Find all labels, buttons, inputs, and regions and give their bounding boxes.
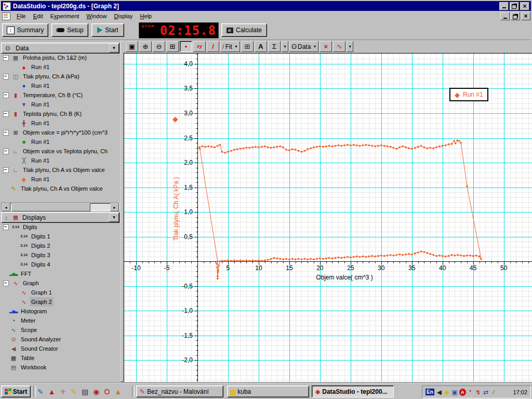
- axis-lock-button[interactable]: ▪: [180, 41, 192, 52]
- x-axis-label[interactable]: Objem valce( cm^3 ): [280, 274, 409, 281]
- tray-scheduler-icon[interactable]: ▣: [451, 389, 458, 396]
- task-paint-task-button[interactable]: ✎Bez_názvu - Malování: [136, 385, 223, 397]
- displays-item-graph[interactable]: ∿Graph: [1, 278, 119, 288]
- statistics-button[interactable]: Σ: [268, 41, 281, 52]
- slope-tool-button[interactable]: /: [207, 41, 219, 52]
- quicklaunch-dragon-icon[interactable]: ◉: [93, 388, 99, 396]
- data-item-tlak-plynu-ch-a-vs-objem-val[interactable]: ✎Tlak plynu, Ch A vs Objem valce: [1, 184, 119, 193]
- displays-panel-header[interactable]: ↕ ▦ Displays ▼: [1, 212, 119, 223]
- zoom-in-button[interactable]: ⊕: [139, 41, 152, 52]
- expand-collapse-box[interactable]: [3, 167, 9, 173]
- displays-item-scope[interactable]: ∿Scope: [1, 325, 119, 335]
- statistics-button-dropdown[interactable]: ▼: [282, 41, 288, 52]
- task-kuba-folder-task-button[interactable]: ▆kuba: [227, 385, 309, 397]
- quicklaunch-bird-icon[interactable]: ✈: [60, 388, 66, 396]
- graph-window-icon[interactable]: [2, 12, 10, 20]
- setup-button[interactable]: Setup: [51, 23, 88, 37]
- displays-item-meter[interactable]: ◔Meter: [1, 316, 119, 325]
- graph-plot-area[interactable]: -10-551015202530354045504,03,53,02,52,01…: [124, 53, 532, 382]
- tray-ati-icon[interactable]: A: [459, 389, 466, 396]
- minimize-button[interactable]: [499, 2, 509, 10]
- quicklaunch-winamp-icon[interactable]: ▲: [114, 388, 122, 396]
- expand-collapse-box[interactable]: [3, 55, 9, 61]
- graph-settings-button-dropdown[interactable]: ▼: [347, 41, 353, 52]
- expand-collapse-box[interactable]: [3, 74, 9, 79]
- displays-item-workbook[interactable]: ▤Workbook: [1, 363, 119, 372]
- calculator-button[interactable]: ⊞: [241, 41, 254, 52]
- data-item-objem-valce-vs-teplota-plynu[interactable]: ∟Objem valce vs Teplota plynu, Ch: [1, 147, 119, 156]
- data-button[interactable]: ʘData▼: [289, 41, 318, 52]
- data-panel-header[interactable]: ʘ Data ▼: [1, 43, 119, 54]
- menu-help[interactable]: Help: [137, 12, 156, 20]
- data-item-run-1[interactable]: ▲Run #1: [1, 62, 119, 72]
- data-item-tlak-plynu-ch-a-vs-objem-val[interactable]: ∟Tlak plynu, Ch A vs Objem valce: [1, 165, 119, 175]
- data-item-teplota-plynu-ch-b-k[interactable]: ▮Teplota plynu, Ch B (K): [1, 109, 119, 118]
- data-item-run-1[interactable]: ●Run #1: [1, 81, 119, 90]
- tray-volume-icon[interactable]: ◀: [436, 389, 443, 396]
- chart-canvas[interactable]: -10-551015202530354045504,03,53,02,52,01…: [124, 54, 532, 382]
- tray-agent-icon[interactable]: *: [467, 389, 474, 396]
- menu-file[interactable]: File: [13, 12, 30, 20]
- mdi-close-button[interactable]: ×: [521, 12, 530, 20]
- quicklaunch-pencil-icon[interactable]: ✎: [37, 388, 44, 396]
- text-tool-button[interactable]: A: [255, 41, 267, 52]
- delete-button[interactable]: ×: [320, 41, 332, 52]
- tray-power-icon[interactable]: ↯: [475, 389, 482, 396]
- menu-edit[interactable]: Edit: [30, 12, 47, 20]
- start-button[interactable]: Start: [91, 23, 124, 37]
- y-axis-label[interactable]: Tlak plynu, Ch A( kPa ): [172, 177, 180, 241]
- start-menu-button[interactable]: Start: [1, 385, 31, 397]
- data-item-run-1[interactable]: ╋Run #1: [1, 118, 119, 128]
- scale-to-fit-button[interactable]: ▣: [126, 41, 138, 52]
- quicklaunch-acrobat-icon[interactable]: ▲: [48, 388, 56, 396]
- scrollbar-thumb[interactable]: [11, 203, 90, 211]
- data-item-run-1[interactable]: ■Run #1: [1, 137, 119, 147]
- tray-sync-icon[interactable]: ⇄: [483, 389, 489, 396]
- zoom-select-button[interactable]: ⊞: [166, 41, 179, 52]
- expand-collapse-box[interactable]: [3, 111, 9, 117]
- menu-window[interactable]: Window: [83, 12, 110, 20]
- data-panel-dropdown-button[interactable]: ▼: [109, 44, 119, 52]
- calculate-button[interactable]: ⊞ Calculate: [221, 23, 267, 37]
- menu-display[interactable]: Display: [111, 12, 137, 20]
- zoom-out-button[interactable]: ⊖: [153, 41, 165, 52]
- displays-item-digits-2[interactable]: 3.14Digits 2: [1, 241, 119, 250]
- mdi-minimize-button[interactable]: [500, 12, 510, 20]
- data-item-run-1[interactable]: ╳Run #1: [1, 156, 119, 165]
- displays-item-table[interactable]: ▦Table: [1, 353, 119, 363]
- displays-item-digits-4[interactable]: 3.14Digits 4: [1, 260, 119, 269]
- graph-settings-button[interactable]: ∿: [333, 41, 345, 52]
- scroll-left-button[interactable]: [2, 203, 10, 211]
- data-item-tlak-plynu-ch-a-kpa[interactable]: ◫Tlak plynu, Ch A (kPa): [1, 72, 119, 81]
- data-item-run-1[interactable]: ▼Run #1: [1, 100, 119, 109]
- displays-item-digits-3[interactable]: 3.14Digits 3: [1, 250, 119, 260]
- displays-panel-dropdown-button[interactable]: ▼: [109, 213, 119, 222]
- close-button[interactable]: ×: [520, 2, 529, 10]
- quicklaunch-pen-icon[interactable]: ✎: [71, 388, 77, 396]
- summary-button[interactable]: ↕ Summary: [2, 23, 48, 37]
- quicklaunch-calculator-icon[interactable]: ▤: [82, 388, 88, 396]
- tray-yellow-icon[interactable]: ◆: [444, 389, 450, 396]
- smart-tool-button[interactable]: xy: [193, 41, 206, 52]
- expand-collapse-box[interactable]: [3, 130, 9, 136]
- expand-collapse-box[interactable]: [3, 224, 9, 230]
- menu-experiment[interactable]: Experiment: [47, 12, 83, 20]
- displays-item-sound-analyzer[interactable]: ⊙Sound Analyzer: [1, 335, 119, 344]
- displays-item-graph-2[interactable]: ∿Graph 2: [1, 297, 119, 307]
- expand-collapse-box[interactable]: [3, 281, 9, 286]
- tray-pen-icon[interactable]: ∕: [490, 389, 497, 396]
- displays-item-fft[interactable]: ▂▅▃FFT: [1, 269, 119, 278]
- data-item-run-1[interactable]: ◆Run #1: [1, 175, 119, 184]
- quicklaunch-opera-icon[interactable]: O: [104, 388, 110, 396]
- data-item-poloha-pistu-ch-1-2-m[interactable]: ▦Poloha pistu, Ch 1&2 (m): [1, 53, 119, 62]
- task-datastudio-task-button[interactable]: ◈DataStudio - tepl200...: [312, 385, 394, 397]
- displays-item-sound-creator[interactable]: ◀Sound Creator: [1, 344, 119, 353]
- displays-item-graph-1[interactable]: ∿Graph 1: [1, 288, 119, 297]
- expand-collapse-box[interactable]: [3, 149, 9, 154]
- data-item-temperature-ch-b-c[interactable]: ▮Temperature, Ch B (°C): [1, 90, 119, 100]
- language-indicator[interactable]: En: [425, 389, 434, 395]
- legend-box[interactable]: ◆ Run #1: [449, 88, 488, 101]
- expand-collapse-box[interactable]: [3, 92, 9, 98]
- scroll-right-button[interactable]: [110, 203, 119, 211]
- fit-button[interactable]: /Fit▼: [220, 41, 240, 52]
